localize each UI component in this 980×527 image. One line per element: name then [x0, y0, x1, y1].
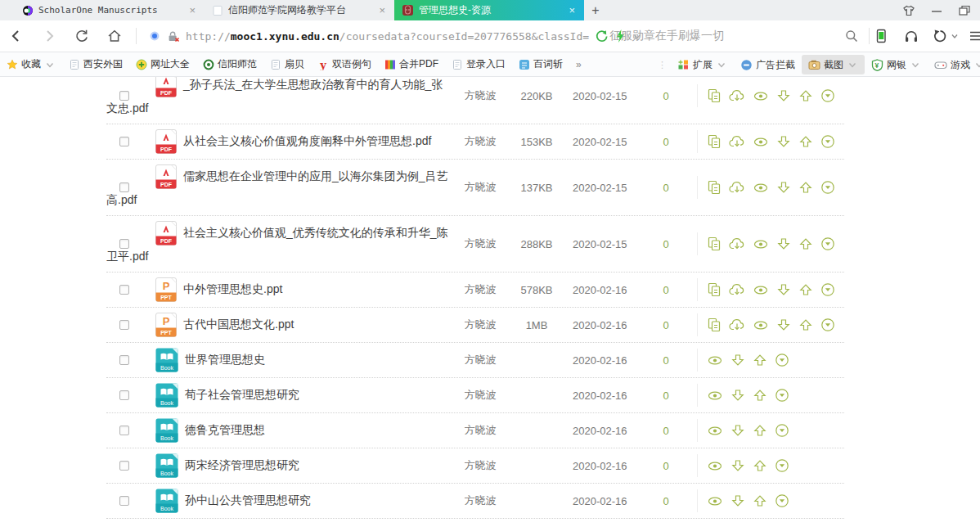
menu-hamburger-icon[interactable]: [969, 29, 980, 43]
url-text[interactable]: http://mooc1.xynu.edu.cn/coursedata?cour…: [186, 30, 589, 43]
restore-button-icon[interactable]: [957, 3, 972, 18]
preview-icon[interactable]: [706, 422, 724, 439]
row-checkbox[interactable]: [119, 182, 129, 192]
preview-icon[interactable]: [752, 236, 770, 252]
row-checkbox[interactable]: [119, 390, 129, 400]
download-icon[interactable]: [775, 133, 792, 150]
site-info-icon[interactable]: [148, 29, 161, 43]
preview-icon[interactable]: [752, 133, 770, 150]
move-up-icon[interactable]: [798, 282, 814, 298]
bookmark-item[interactable]: 网址大全: [129, 57, 196, 71]
preview-icon[interactable]: [706, 352, 724, 368]
file-name[interactable]: PDF社会主义核心价值观_优秀传统文化的传承和升华_陈卫平.pdf: [106, 221, 452, 267]
more-icon[interactable]: [820, 282, 836, 298]
more-icon[interactable]: [774, 457, 790, 474]
tab-close-icon[interactable]: ×: [377, 4, 387, 16]
file-name[interactable]: Book德鲁克管理思想: [106, 418, 452, 443]
move-up-icon[interactable]: [798, 88, 814, 104]
copy-icon[interactable]: [706, 317, 722, 333]
back-icon[interactable]: [0, 28, 33, 44]
bookmark-item[interactable]: 扇贝: [263, 57, 311, 71]
tab-close-icon[interactable]: ×: [567, 4, 577, 16]
more-icon[interactable]: [820, 133, 836, 150]
row-checkbox[interactable]: [119, 239, 129, 249]
bookmark-item[interactable]: 登录入口: [445, 57, 512, 71]
file-name[interactable]: PPPT中外管理思想史.ppt: [106, 277, 452, 302]
more-icon[interactable]: [820, 179, 836, 196]
download-icon[interactable]: [730, 422, 746, 439]
file-name-text[interactable]: 德鲁克管理思想: [185, 423, 265, 436]
listen-headphones-icon[interactable]: [903, 29, 919, 43]
copy-icon[interactable]: [706, 179, 722, 196]
download-icon[interactable]: [775, 236, 792, 252]
more-icon[interactable]: [774, 422, 790, 439]
row-checkbox[interactable]: [119, 137, 129, 146]
toolbar-tool-gamepad[interactable]: 游戏: [928, 58, 980, 72]
search-icon[interactable]: [844, 29, 859, 43]
move-up-icon[interactable]: [798, 179, 814, 196]
download-icon[interactable]: [775, 179, 792, 196]
file-name[interactable]: PDF儒家思想在企业管理中的应用_以海尔集团为例_吕艺高.pdf: [106, 164, 452, 210]
move-up-icon[interactable]: [752, 387, 768, 403]
toolbar-tool-ad-block[interactable]: 广告拦截: [734, 58, 802, 72]
preview-icon[interactable]: [752, 179, 770, 196]
move-up-icon[interactable]: [752, 422, 768, 439]
theme-button-icon[interactable]: [901, 3, 916, 18]
file-name-text[interactable]: 从社会主义核心价值观角度阐释中外管理思想.pdf: [183, 134, 431, 147]
bookmarks-overflow[interactable]: »: [569, 59, 588, 70]
file-name-text[interactable]: 两宋经济管理思想研究: [185, 458, 299, 471]
minimize-button-icon[interactable]: [929, 3, 944, 18]
search-suggestion-text[interactable]: 征服勋章在手刷爆一切: [609, 29, 724, 43]
row-checkbox[interactable]: [119, 91, 129, 101]
forward-icon[interactable]: [33, 28, 65, 44]
download-icon[interactable]: [730, 387, 746, 403]
move-up-icon[interactable]: [752, 352, 768, 368]
move-up-icon[interactable]: [798, 133, 814, 150]
file-name-text[interactable]: 中外管理思想史.ppt: [183, 282, 282, 295]
cloud-download-icon[interactable]: [728, 317, 746, 333]
preview-icon[interactable]: [706, 493, 724, 509]
download-icon[interactable]: [775, 282, 792, 298]
insecure-lock-icon[interactable]: [166, 29, 181, 43]
file-name-text[interactable]: 世界管理思想史: [185, 353, 265, 366]
tab-close-icon[interactable]: ×: [187, 4, 197, 16]
clipboard-phone-icon[interactable]: [874, 28, 888, 44]
file-name-text[interactable]: 孙中山公共管理思想研究: [185, 493, 311, 507]
toolbar-tool-bank-shield[interactable]: ¥网银: [865, 58, 928, 72]
file-name[interactable]: Book荀子社会管理思想研究: [106, 383, 452, 408]
row-checkbox[interactable]: [119, 320, 129, 330]
translate-refresh-icon[interactable]: [594, 29, 609, 43]
refresh-icon[interactable]: [65, 28, 98, 44]
download-icon[interactable]: [775, 317, 792, 333]
browser-tab[interactable]: 信阳师范学院网络教学平台×: [205, 0, 394, 20]
more-icon[interactable]: [774, 387, 790, 403]
copy-icon[interactable]: [706, 88, 722, 104]
more-icon[interactable]: [820, 317, 836, 333]
cloud-download-icon[interactable]: [728, 236, 746, 252]
more-icon[interactable]: [774, 352, 790, 368]
move-up-icon[interactable]: [752, 457, 768, 474]
copy-icon[interactable]: [706, 282, 722, 298]
row-checkbox[interactable]: [119, 496, 129, 506]
toolbar-tool-extensions[interactable]: 扩展: [671, 58, 734, 72]
toolbar-tool-screenshot[interactable]: 截图: [802, 55, 865, 74]
row-checkbox[interactable]: [119, 426, 129, 435]
file-name[interactable]: Book两宋经济管理思想研究: [106, 453, 452, 478]
download-icon[interactable]: [775, 88, 792, 104]
download-icon[interactable]: [730, 493, 746, 509]
preview-icon[interactable]: [752, 88, 770, 104]
row-checkbox[interactable]: [119, 355, 129, 365]
undo-dropdown-caret-icon[interactable]: [951, 32, 959, 40]
file-name[interactable]: Book孙中山公共管理思想研究: [106, 489, 452, 513]
copy-icon[interactable]: [706, 236, 722, 252]
move-up-icon[interactable]: [798, 317, 814, 333]
file-name[interactable]: PDF_孙子兵法_在大学生思想政治教育中的育人功能_张文忠.pdf: [106, 77, 452, 119]
file-name[interactable]: PDF从社会主义核心价值观角度阐释中外管理思想.pdf: [106, 129, 452, 154]
cloud-download-icon[interactable]: [728, 133, 746, 150]
download-icon[interactable]: [730, 457, 746, 474]
bookmark-item[interactable]: 西安外国: [62, 57, 129, 71]
file-name-text[interactable]: 古代中国思想文化.ppt: [183, 318, 294, 331]
undo-icon[interactable]: [933, 29, 947, 43]
browser-tab[interactable]: ScholarOne Manuscripts×: [15, 0, 205, 20]
move-up-icon[interactable]: [752, 493, 768, 509]
